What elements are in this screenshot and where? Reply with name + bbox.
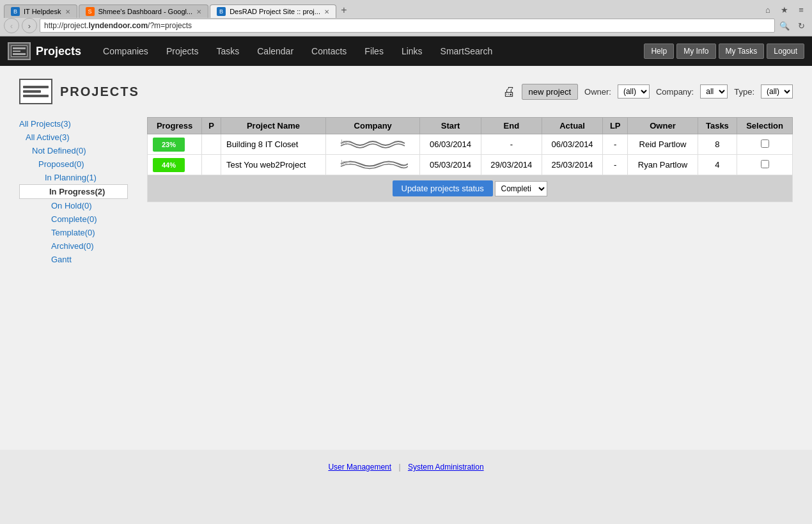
nav-files[interactable]: Files — [355, 36, 393, 66]
p-cell-2 — [202, 155, 221, 175]
nav-companies[interactable]: Companies — [94, 36, 157, 66]
sidebar-item-not-defined[interactable]: Not Defined(0) — [19, 144, 134, 157]
toolbar: 🖨 new project Owner: (all) Company: all … — [503, 84, 793, 100]
tab-favicon-3: B — [217, 7, 226, 16]
tab-label-2: Shmee's Dashboard - Googl... — [98, 8, 193, 15]
end-cell-2: 29/03/2014 — [481, 155, 542, 175]
progress-label-2: 44% — [162, 161, 176, 169]
owner-cell-1: Reid Partlow — [628, 134, 698, 155]
row-checkbox-1[interactable] — [761, 139, 769, 148]
project-name-cell-1: Building 8 IT Closet — [221, 134, 325, 155]
back-btn[interactable]: ‹ — [4, 18, 19, 33]
myinfo-button[interactable]: My Info — [676, 44, 715, 59]
new-project-button[interactable]: new project — [522, 84, 578, 100]
tasks-cell-1: 8 — [698, 134, 737, 155]
main-content: PROJECTS 🖨 new project Owner: (all) Comp… — [0, 66, 812, 450]
tab-close-3[interactable]: ✕ — [324, 8, 329, 15]
actual-cell-2: 25/03/2014 — [542, 155, 602, 175]
company-cell-1: Inc. — [326, 134, 420, 155]
company-label: Company: — [656, 87, 694, 97]
projects-table: Progress P Project Name Company Start En… — [147, 117, 793, 202]
sidebar-item-on-hold[interactable]: On Hold(0) — [19, 199, 134, 212]
end-cell-1: - — [481, 134, 542, 155]
app-header: Projects Companies Projects Tasks Calend… — [0, 36, 812, 66]
table-row: 23% Building 8 IT Closet Inc. — [148, 134, 793, 155]
tab-close-1[interactable]: ✕ — [65, 8, 70, 15]
home-btn[interactable]: ⌂ — [761, 3, 775, 17]
browser-tab-2[interactable]: S Shmee's Dashboard - Googl... ✕ — [79, 4, 209, 18]
page-footer: User Management | System Administration — [0, 450, 812, 484]
projects-icon — [19, 79, 52, 104]
tab-label-3: DesRAD Project Site :: proj... — [230, 8, 320, 15]
col-lp: LP — [603, 118, 628, 134]
browser-tab-1[interactable]: B IT Helpdesk ✕ — [4, 4, 77, 18]
sidebar: All Projects(3) All Active(3) Not Define… — [19, 117, 147, 266]
nav-contacts[interactable]: Contacts — [302, 36, 355, 66]
table-container: Progress P Project Name Company Start En… — [147, 117, 793, 266]
app-nav: Companies Projects Tasks Calendar Contac… — [94, 36, 644, 66]
page-header-row: PROJECTS 🖨 new project Owner: (all) Comp… — [19, 79, 793, 104]
actual-cell-1: 06/03/2014 — [542, 134, 602, 155]
sidebar-item-all-projects[interactable]: All Projects(3) — [19, 117, 134, 131]
col-actual: Actual — [542, 118, 602, 134]
progress-bar-1: 23% — [153, 138, 185, 152]
sidebar-item-archived[interactable]: Archived(0) — [19, 239, 134, 253]
table-footer-row: Update projects status Completi Complete — [148, 175, 793, 202]
owner-cell-2: Ryan Partlow — [628, 155, 698, 175]
tab-favicon-1: B — [11, 7, 20, 16]
sidebar-item-complete[interactable]: Complete(0) — [19, 212, 134, 226]
col-progress: Progress — [148, 118, 202, 134]
tab-favicon-2: S — [86, 7, 95, 16]
sidebar-item-all-active[interactable]: All Active(3) — [19, 131, 134, 144]
status-select[interactable]: Completi Complete — [495, 181, 547, 196]
col-owner: Owner — [628, 118, 698, 134]
nav-smartsearch[interactable]: SmartSearch — [432, 36, 502, 66]
selection-cell-2 — [737, 155, 793, 175]
sidebar-item-proposed[interactable]: Proposed(0) — [19, 157, 134, 171]
help-button[interactable]: Help — [644, 44, 674, 59]
progress-cell-2: 44% — [148, 155, 202, 175]
update-projects-button[interactable]: Update projects status — [393, 180, 493, 196]
system-admin-link[interactable]: System Administration — [408, 463, 484, 472]
col-p: P — [202, 118, 221, 134]
col-selection: Selection — [737, 118, 793, 134]
owner-label: Owner: — [584, 87, 611, 97]
type-select[interactable]: (all) — [761, 84, 793, 99]
forward-btn[interactable]: › — [22, 18, 37, 33]
selection-cell-1 — [737, 134, 793, 155]
bookmark-btn[interactable]: ★ — [777, 3, 792, 17]
sidebar-item-template[interactable]: Template(0) — [19, 226, 134, 239]
row-checkbox-2[interactable] — [761, 160, 769, 168]
tab-close-2[interactable]: ✕ — [196, 8, 201, 15]
col-project-name: Project Name — [221, 118, 325, 134]
address-bar[interactable]: http://project.lyndendoor.com/?m=project… — [40, 19, 775, 33]
new-tab-btn[interactable]: + — [338, 3, 350, 18]
app-title: Projects — [36, 45, 81, 58]
nav-calendar[interactable]: Calendar — [248, 36, 302, 66]
nav-tasks[interactable]: Tasks — [207, 36, 248, 66]
progress-label-1: 23% — [162, 141, 176, 148]
nav-links[interactable]: Links — [393, 36, 432, 66]
menu-btn[interactable]: ≡ — [794, 3, 808, 17]
app-logo: Projects — [8, 42, 81, 60]
company-select[interactable]: all — [700, 84, 728, 99]
user-management-link[interactable]: User Management — [328, 463, 391, 472]
sidebar-item-in-planning[interactable]: In Planning(1) — [19, 171, 134, 184]
tasks-cell-2: 4 — [698, 155, 737, 175]
sidebar-item-gantt[interactable]: Gantt — [19, 253, 134, 266]
search-btn[interactable]: 🔍 — [777, 19, 792, 33]
nav-projects[interactable]: Projects — [157, 36, 208, 66]
logout-button[interactable]: Logout — [767, 44, 804, 59]
start-cell-1: 06/03/2014 — [420, 134, 481, 155]
update-status-row: Update projects status Completi Complete — [148, 175, 793, 202]
col-tasks: Tasks — [698, 118, 737, 134]
mytasks-button[interactable]: My Tasks — [719, 44, 765, 59]
owner-select[interactable]: (all) — [618, 84, 650, 99]
print-icon[interactable]: 🖨 — [503, 84, 515, 99]
refresh-btn[interactable]: ↻ — [794, 19, 808, 33]
col-company: Company — [326, 118, 420, 134]
sidebar-item-in-progress[interactable]: In Progress(2) — [19, 184, 128, 199]
page-title: PROJECTS — [60, 84, 503, 99]
browser-tab-3[interactable]: B DesRAD Project Site :: proj... ✕ — [210, 4, 336, 18]
company-cell-2: Inc. — [326, 155, 420, 175]
